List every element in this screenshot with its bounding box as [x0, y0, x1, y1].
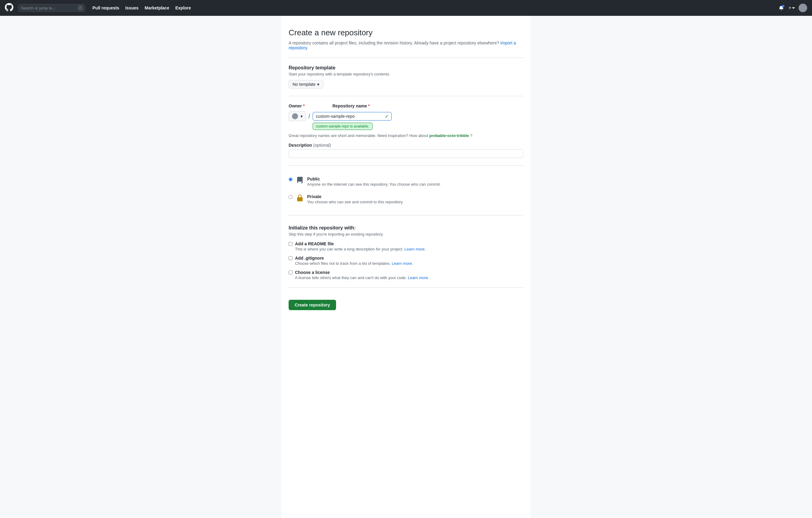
user-avatar[interactable] [799, 4, 807, 12]
divider-1 [289, 57, 523, 58]
description-label: Description (optional) [289, 143, 523, 147]
private-repo-icon [296, 194, 303, 205]
owner-required-star: * [303, 104, 304, 108]
gitignore-learn-more-link[interactable]: Learn more. [392, 261, 413, 266]
plus-icon: + [789, 5, 791, 11]
divider-4 [289, 215, 523, 216]
license-text: Choose a license A license tells others … [295, 270, 429, 280]
optional-label: (optional) [313, 143, 331, 147]
nav-pull-requests[interactable]: Pull requests [90, 4, 122, 12]
private-option: Private You choose who can see and commi… [289, 191, 523, 208]
init-desc: Skip this step if you're importing an ex… [289, 232, 523, 237]
repo-suggestion-link[interactable]: probable-octo-tribble [429, 133, 469, 138]
public-visibility-text: Public Anyone on the internet can see th… [307, 176, 441, 187]
github-logo-icon[interactable] [5, 3, 13, 13]
readme-checkbox[interactable] [289, 242, 293, 246]
owner-repo-section: Owner * Repository name * ▾ / [289, 104, 523, 138]
owner-dropdown[interactable]: ▾ [289, 111, 306, 121]
gitignore-checkbox[interactable] [289, 256, 293, 260]
checkmark-icon: ✓ [385, 113, 389, 119]
description-input[interactable] [289, 149, 523, 158]
search-input[interactable] [21, 6, 76, 10]
owner-chevron-icon: ▾ [300, 114, 302, 119]
nav-links: Pull requests Issues Marketplace Explore [90, 4, 773, 12]
search-bar[interactable]: / [18, 4, 85, 12]
divider-3 [289, 165, 523, 166]
readme-text: Add a README file This is where you can … [295, 241, 426, 251]
readme-learn-more-link[interactable]: Learn more. [404, 247, 426, 251]
owner-avatar [292, 113, 298, 119]
availability-tooltip: custom-sample-repo is available. [313, 121, 373, 130]
page-subtitle: A repository contains all project files,… [289, 40, 523, 50]
gitignore-desc: Choose which files not to track from a l… [295, 261, 413, 266]
new-menu-button[interactable]: + [789, 5, 795, 11]
tooltip-text: custom-sample-repo is available. [313, 122, 373, 130]
private-visibility-text: Private You choose who can see and commi… [307, 194, 404, 204]
navbar: / Pull requests Issues Marketplace Explo… [0, 0, 812, 16]
chevron-down-icon: ▾ [317, 82, 319, 87]
nav-explore[interactable]: Explore [173, 4, 193, 12]
readme-item: Add a README file This is where you can … [289, 241, 523, 251]
public-option: Public Anyone on the internet can see th… [289, 173, 523, 191]
repo-name-label: Repository name * [332, 104, 370, 108]
owner-repo-row: ▾ / ✓ custom-sample-repo is available. [289, 111, 523, 121]
readme-desc: This is where you can write a long descr… [295, 247, 426, 251]
availability-text: Great repository names are short and mem… [289, 133, 523, 138]
divider-2 [289, 96, 523, 96]
gitignore-text: Add .gitignore Choose which files not to… [295, 256, 413, 266]
readme-label: Add a README file [295, 241, 426, 246]
license-learn-more-link[interactable]: Learn more. [408, 275, 429, 280]
nav-actions: + [778, 4, 807, 12]
template-section-desc: Start your repository with a template re… [289, 72, 523, 76]
initialize-section: Initialize this repository with: Skip th… [289, 223, 523, 280]
license-item: Choose a license A license tells others … [289, 270, 523, 280]
description-section: Description (optional) [289, 143, 523, 158]
repo-name-input[interactable] [313, 112, 392, 120]
template-section: Repository template Start your repositor… [289, 65, 523, 88]
init-title: Initialize this repository with: [289, 225, 523, 231]
license-checkbox[interactable] [289, 271, 293, 274]
private-radio[interactable] [289, 195, 293, 199]
template-dropdown-label: No template [293, 82, 315, 87]
nav-issues[interactable]: Issues [123, 4, 141, 12]
license-label: Choose a license [295, 270, 429, 275]
public-repo-icon [296, 176, 303, 187]
notifications-wrapper[interactable] [778, 4, 785, 11]
slash-divider: / [308, 113, 310, 120]
notification-dot [782, 5, 784, 7]
owner-label: Owner * [289, 104, 325, 108]
template-dropdown-button[interactable]: No template ▾ [289, 80, 323, 88]
divider-5 [289, 287, 523, 288]
kbd-slash: / [78, 5, 82, 10]
owner-repo-labels: Owner * Repository name * [289, 104, 523, 110]
license-desc: A license tells others what they can and… [295, 275, 429, 280]
nav-marketplace[interactable]: Marketplace [142, 4, 172, 12]
repo-required-star: * [368, 104, 370, 108]
create-repository-button[interactable]: Create repository [289, 300, 336, 310]
gitignore-item: Add .gitignore Choose which files not to… [289, 256, 523, 266]
repo-name-wrapper: ✓ custom-sample-repo is available. [313, 112, 392, 120]
public-radio[interactable] [289, 178, 293, 182]
template-section-title: Repository template [289, 65, 523, 71]
gitignore-label: Add .gitignore [295, 256, 413, 261]
page-content: Create a new repository A repository con… [281, 16, 531, 518]
visibility-section: Public Anyone on the internet can see th… [289, 173, 523, 208]
page-title: Create a new repository [289, 28, 523, 37]
